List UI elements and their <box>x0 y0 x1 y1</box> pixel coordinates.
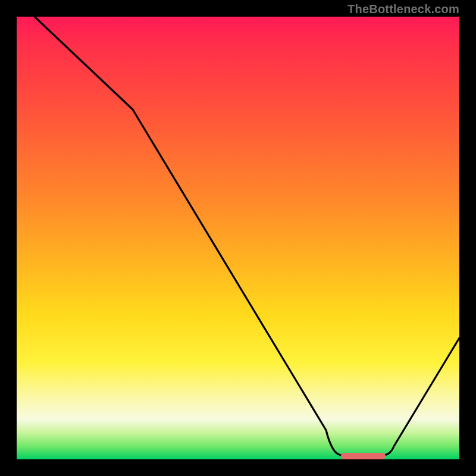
watermark-text: TheBottleneck.com <box>347 2 459 16</box>
chart-frame: TheBottleneck.com <box>0 0 476 476</box>
plot-area <box>17 17 459 459</box>
bottleneck-curve <box>17 0 459 455</box>
chart-svg <box>17 17 459 459</box>
optimum-marker <box>341 453 386 459</box>
